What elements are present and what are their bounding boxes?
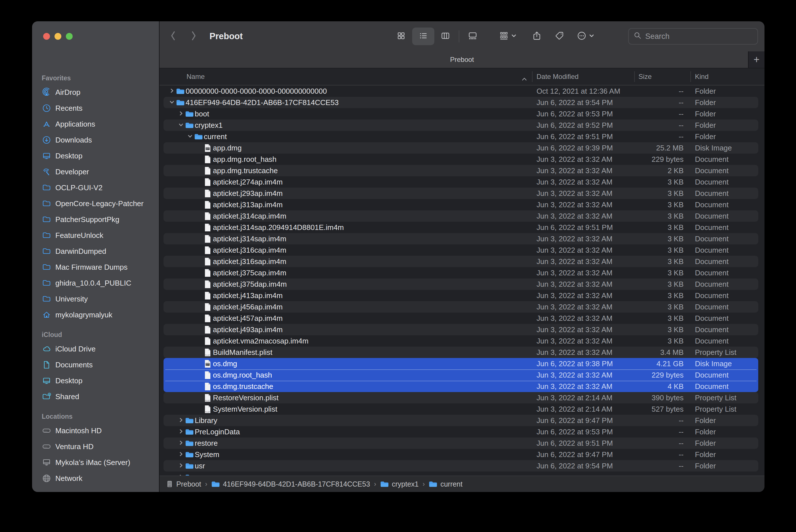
column-divider[interactable]	[690, 71, 691, 82]
file-row[interactable]: apticket.vma2macosap.im4mJun 3, 2022 at …	[159, 335, 764, 347]
sidebar-item-downloads[interactable]: Downloads	[32, 132, 159, 148]
disclosure-right-icon[interactable]	[176, 440, 185, 446]
file-row[interactable]: PLISTBuildManifest.plistJun 3, 2022 at 3…	[159, 347, 764, 358]
close-button[interactable]	[43, 33, 50, 40]
disclosure-right-icon[interactable]	[176, 429, 185, 434]
back-button[interactable]	[170, 21, 176, 51]
sidebar-item-developer[interactable]: Developer	[32, 164, 159, 180]
file-row[interactable]: bootJun 6, 2022 at 9:53 PM--Folder	[159, 108, 764, 119]
column-header-kind[interactable]: Kind	[695, 69, 708, 85]
view-button-list[interactable]	[412, 27, 434, 45]
sidebar-item-university[interactable]: University	[32, 291, 159, 307]
disclosure-down-icon[interactable]	[168, 99, 176, 105]
file-kind: Document	[695, 290, 729, 301]
file-row[interactable]: apticket.j493ap.im4mJun 3, 2022 at 3:32 …	[159, 324, 764, 335]
new-tab-button[interactable]: +	[748, 51, 764, 68]
file-row[interactable]: restoreJun 6, 2022 at 9:51 PM--Folder	[159, 437, 764, 449]
sidebar-item-recents[interactable]: Recents	[32, 100, 159, 116]
breadcrumb-item[interactable]: cryptex1	[380, 480, 418, 488]
breadcrumb-item[interactable]: Preboot	[166, 480, 201, 488]
file-row[interactable]: apticket.j314sap.2094914D8801E.im4mJun 6…	[159, 222, 764, 233]
tags-button[interactable]	[555, 21, 564, 51]
file-row[interactable]: LibraryJun 6, 2022 at 9:47 PM--Folder	[159, 415, 764, 426]
share-button[interactable]	[532, 21, 542, 51]
file-row[interactable]: os.dmgJun 6, 2022 at 9:38 PM4.21 GBDisk …	[159, 358, 764, 369]
group-button[interactable]	[499, 21, 517, 51]
file-row[interactable]: apticket.j456ap.im4mJun 3, 2022 at 3:32 …	[159, 301, 764, 312]
file-row[interactable]: app.dmgJun 6, 2022 at 9:39 PM25.2 MBDisk…	[159, 142, 764, 154]
sidebar-item-ventura-hd[interactable]: Ventura HD	[32, 439, 159, 455]
file-row[interactable]: cryptex1Jun 6, 2022 at 9:52 PM--Folder	[159, 119, 764, 131]
sidebar-item-mykolagrymalyuk[interactable]: mykolagrymalyuk	[32, 307, 159, 323]
column-divider[interactable]	[634, 71, 635, 82]
sidebar-item-oclp-gui-v2[interactable]: OCLP-GUI-V2	[32, 180, 159, 195]
file-row[interactable]: app.dmg.root_hashJun 3, 2022 at 3:32 AM2…	[159, 154, 764, 165]
file-row[interactable]: PLISTSystemVersion.plistJun 3, 2022 at 2…	[159, 403, 764, 415]
file-row[interactable]: apticket.j457ap.im4mJun 3, 2022 at 3:32 …	[159, 312, 764, 324]
sidebar-item-shared[interactable]: Shared	[32, 388, 159, 404]
file-name: os.dmg.root_hash	[213, 369, 272, 381]
breadcrumb-item[interactable]: current	[429, 480, 462, 488]
view-button-column[interactable]	[434, 27, 456, 45]
sidebar-item-mykola-s-imac-server-[interactable]: Mykola’s iMac (Server)	[32, 455, 159, 470]
disclosure-down-icon[interactable]	[176, 122, 185, 128]
view-button-gallery[interactable]	[461, 27, 484, 45]
file-row[interactable]: 416EF949-64DB-42D1-AB6B-17CF814CCE53Jun …	[159, 97, 764, 108]
file-row[interactable]: PLISTRestoreVersion.plistJun 3, 2022 at …	[159, 392, 764, 403]
sidebar-item-applications[interactable]: Applications	[32, 116, 159, 132]
file-row[interactable]: apticket.j413ap.im4mJun 3, 2022 at 3:32 …	[159, 290, 764, 301]
disclosure-right-icon[interactable]	[176, 451, 185, 457]
sidebar-item-documents[interactable]: Documents	[32, 357, 159, 373]
file-row[interactable]: currentJun 6, 2022 at 9:51 PM--Folder	[159, 131, 764, 142]
disclosure-right-icon[interactable]	[168, 88, 176, 94]
sidebar-item-darwindumped[interactable]: DarwinDumped	[32, 243, 159, 259]
file-row[interactable]: apticket.j293ap.im4mJun 3, 2022 at 3:32 …	[159, 188, 764, 199]
column-header-date-modified[interactable]: Date Modified	[536, 69, 579, 85]
file-row[interactable]: app.dmg.trustcacheJun 3, 2022 at 3:32 AM…	[159, 165, 764, 176]
sidebar-item-mac-firmware-dumps[interactable]: Mac Firmware Dumps	[32, 259, 159, 275]
file-row[interactable]: apticket.j314cap.im4mJun 3, 2022 at 3:32…	[159, 210, 764, 222]
file-row[interactable]: apticket.j375cap.im4mJun 3, 2022 at 3:32…	[159, 267, 764, 279]
sidebar-item-airdrop[interactable]: AirDrop	[32, 84, 159, 100]
minimize-button[interactable]	[55, 33, 61, 40]
disclosure-down-icon[interactable]	[186, 133, 194, 139]
tab-preboot[interactable]: Preboot	[159, 51, 764, 68]
file-row-partial[interactable]	[159, 472, 764, 475]
sidebar-item-network[interactable]: Network	[32, 470, 159, 486]
disclosure-right-icon[interactable]	[176, 110, 185, 116]
sidebar-item-patchersupportpkg[interactable]: PatcherSupportPkg	[32, 211, 159, 227]
sidebar-item-ghidra-10-0-4-public[interactable]: ghidra_10.0.4_PUBLIC	[32, 275, 159, 291]
sidebar-item-desktop[interactable]: Desktop	[32, 373, 159, 388]
column-header-size[interactable]: Size	[639, 69, 652, 85]
file-row[interactable]: usrJun 6, 2022 at 9:54 PM--Folder	[159, 460, 764, 472]
file-row[interactable]: apticket.j314sap.im4mJun 3, 2022 at 3:32…	[159, 233, 764, 244]
more-button[interactable]	[577, 21, 594, 51]
selection-divider	[165, 381, 757, 381]
file-row[interactable]: apticket.j274ap.im4mJun 3, 2022 at 3:32 …	[159, 176, 764, 188]
sidebar-item-featureunlock[interactable]: FeatureUnlock	[32, 227, 159, 243]
file-row[interactable]: apticket.j316sap.im4mJun 3, 2022 at 3:32…	[159, 256, 764, 267]
sidebar-item-opencore-legacy-patcher[interactable]: OpenCore-Legacy-Patcher	[32, 195, 159, 211]
search-input[interactable]: Search	[628, 28, 758, 44]
breadcrumb-item[interactable]: 416EF949-64DB-42D1-AB6B-17CF814CCE53	[211, 480, 370, 488]
column-header-name[interactable]: Name	[187, 69, 205, 85]
sidebar-item-desktop[interactable]: Desktop	[32, 148, 159, 164]
zoom-button[interactable]	[66, 33, 73, 40]
column-divider[interactable]	[532, 71, 533, 82]
disclosure-right-icon[interactable]	[176, 474, 185, 475]
disclosure-right-icon[interactable]	[176, 417, 185, 423]
file-row[interactable]: apticket.j316cap.im4mJun 3, 2022 at 3:32…	[159, 244, 764, 256]
file-row[interactable]: SystemJun 6, 2022 at 9:47 PM--Folder	[159, 449, 764, 460]
file-row[interactable]: os.dmg.trustcacheJun 3, 2022 at 3:32 AM4…	[159, 381, 764, 392]
view-button-icon[interactable]	[390, 27, 412, 45]
forward-button[interactable]	[190, 21, 197, 51]
file-row[interactable]: PreLoginDataJun 6, 2022 at 9:53 PM--Fold…	[159, 426, 764, 437]
file-row[interactable]: apticket.j375dap.im4mJun 3, 2022 at 3:32…	[159, 279, 764, 290]
file-row[interactable]: os.dmg.root_hashJun 3, 2022 at 3:32 AM22…	[159, 369, 764, 381]
disclosure-right-icon[interactable]	[176, 462, 185, 469]
file-row[interactable]: apticket.j313ap.im4mJun 3, 2022 at 3:32 …	[159, 199, 764, 210]
sidebar-section-locations: Locations	[32, 410, 159, 423]
file-row[interactable]: 00000000-0000-0000-0000-000000000000Oct …	[159, 86, 764, 97]
sidebar-item-icloud-drive[interactable]: iCloud Drive	[32, 341, 159, 357]
sidebar-item-macintosh-hd[interactable]: Macintosh HD	[32, 423, 159, 439]
